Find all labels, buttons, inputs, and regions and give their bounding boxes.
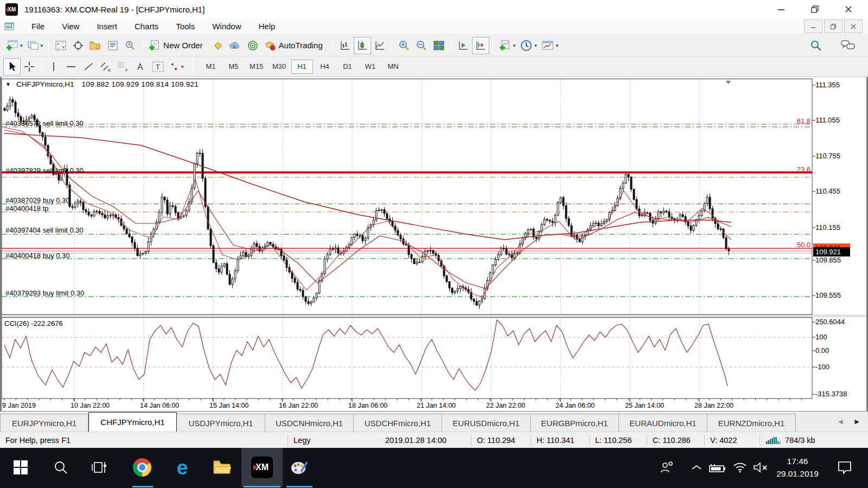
- tile-windows-button[interactable]: [430, 37, 448, 54]
- menu-item-window[interactable]: Window: [203, 18, 250, 34]
- terminal-button[interactable]: [104, 37, 122, 54]
- tab-usdjpymicro-h1[interactable]: USDJPYmicro,H1: [177, 414, 265, 432]
- timeframe-w1[interactable]: W1: [360, 60, 381, 74]
- metaeditor-button[interactable]: [209, 37, 227, 54]
- menu-item-insert[interactable]: Insert: [88, 18, 126, 34]
- trendline-icon: [82, 61, 94, 72]
- menu-item-view[interactable]: View: [53, 18, 88, 34]
- zoom-in-button[interactable]: [395, 37, 413, 54]
- start-button[interactable]: [7, 448, 35, 487]
- taskbar-clock[interactable]: 17:46 29.01.2019: [769, 448, 826, 487]
- svg-text:F: F: [125, 68, 128, 73]
- timeframe-h4[interactable]: H4: [314, 60, 336, 74]
- fibonacci-button[interactable]: F: [114, 58, 132, 75]
- timeframe-d1[interactable]: D1: [337, 60, 359, 74]
- profiles-button[interactable]: ▾: [25, 37, 46, 54]
- indicators-button[interactable]: ▾: [496, 37, 518, 54]
- tab-eurnzdmicro-h1[interactable]: EURNZDmicro,H1: [707, 414, 796, 432]
- chart-shift-button[interactable]: [472, 37, 489, 54]
- tab-chfjpymicro-h1[interactable]: CHFJPYmicro,H1: [88, 412, 177, 432]
- crosshair-button[interactable]: [21, 58, 38, 75]
- toolbar-divider: [142, 38, 143, 53]
- timeframe-mn[interactable]: MN: [382, 60, 404, 74]
- navigator-button[interactable]: [87, 37, 104, 54]
- new-chart-button[interactable]: ▾: [3, 37, 25, 54]
- text-button[interactable]: A: [132, 58, 149, 75]
- menu-item-help[interactable]: Help: [250, 18, 284, 34]
- market-watch-button[interactable]: [52, 37, 69, 54]
- price-axis-tick: 109.555: [815, 291, 841, 299]
- timeframe-m15[interactable]: M15: [246, 60, 267, 74]
- paint-button[interactable]: [284, 448, 315, 487]
- status-low: L: 110.256: [589, 435, 647, 446]
- chart-restore-button[interactable]: [824, 20, 843, 33]
- timeframe-m1[interactable]: M1: [200, 60, 222, 74]
- vertical-line-button[interactable]: [45, 58, 62, 75]
- chart-minimize-icon: [810, 23, 816, 30]
- edge-button[interactable]: e: [168, 448, 196, 487]
- menu-item-charts[interactable]: Charts: [126, 18, 167, 34]
- minimize-button[interactable]: [777, 5, 786, 14]
- menu-item-tools[interactable]: Tools: [167, 18, 203, 34]
- menu-item-file[interactable]: File: [23, 18, 53, 34]
- fib-level-label: 23.6: [797, 165, 810, 174]
- crosshair-icon: [23, 61, 35, 73]
- chrome-button[interactable]: [128, 448, 156, 487]
- chart-minimize-button[interactable]: [804, 20, 822, 33]
- cursor-button[interactable]: [3, 58, 21, 75]
- timeframe-h1[interactable]: H1: [291, 60, 313, 74]
- file-explorer-button[interactable]: [208, 448, 236, 487]
- chart-area[interactable]: ▼ CHFJPYmicro,H1 109.882 109.929 109.814…: [0, 77, 868, 411]
- community-button[interactable]: [227, 37, 244, 54]
- strategy-tester-button[interactable]: [122, 37, 139, 54]
- bar-chart-button[interactable]: [336, 37, 354, 54]
- tab-scroll-right-button[interactable]: ▶: [855, 418, 859, 425]
- people-button[interactable]: [655, 448, 679, 487]
- battery-button[interactable]: [705, 448, 729, 487]
- tab-eurjpymicro-h1[interactable]: EURJPYmicro,H1: [0, 414, 88, 432]
- chart-shift-icon: [475, 40, 487, 51]
- zoom-out-button[interactable]: [413, 37, 430, 54]
- equidistant-channel-button[interactable]: E: [97, 58, 114, 75]
- autotrading-button[interactable]: AutoTrading: [261, 37, 329, 54]
- tab-usdchfmicro-h1[interactable]: USDCHFmicro,H1: [354, 414, 442, 432]
- chrome-icon: [133, 458, 151, 477]
- text-label-button[interactable]: T: [149, 58, 167, 75]
- new-order-button[interactable]: New Order: [146, 37, 209, 54]
- periods-button[interactable]: ▾: [518, 37, 539, 54]
- toolbar-divider: [333, 38, 333, 53]
- arrows-button[interactable]: ▾: [167, 58, 186, 75]
- tab-eurusdmicro-h1[interactable]: EURUSDmicro,H1: [442, 414, 531, 432]
- taskbar-search-button[interactable]: [47, 448, 75, 487]
- chat-button[interactable]: [839, 37, 858, 54]
- data-window-button[interactable]: [69, 37, 87, 54]
- tray-expand-button[interactable]: [687, 448, 706, 487]
- time-axis-label: 14 Jan 06:00: [140, 402, 179, 409]
- tab-usdcnhmicro-h1[interactable]: USDCNHmicro,H1: [265, 414, 354, 432]
- restore-button[interactable]: [810, 5, 819, 14]
- tab-eurgbpmicro-h1[interactable]: EURGBPmicro,H1: [531, 414, 619, 432]
- timeframe-m30[interactable]: M30: [269, 60, 290, 74]
- auto-scroll-button[interactable]: [455, 37, 472, 54]
- tab-euraudmicro-h1[interactable]: EURAUDmicro,H1: [619, 414, 707, 432]
- horizontal-line-button[interactable]: [62, 58, 80, 75]
- candlestick-chart-button[interactable]: [354, 37, 371, 54]
- close-button[interactable]: [844, 5, 853, 14]
- action-center-button[interactable]: [831, 448, 858, 487]
- toolbar-divider: [193, 59, 193, 74]
- search-button[interactable]: [807, 37, 825, 54]
- timeframe-m5[interactable]: M5: [223, 60, 245, 74]
- line-chart-button[interactable]: [371, 37, 388, 54]
- trendline-button[interactable]: [80, 58, 97, 75]
- volume-button[interactable]: [750, 448, 771, 487]
- xm-terminal-button[interactable]: XM: [246, 448, 278, 487]
- wifi-button[interactable]: [729, 448, 751, 487]
- signals-button[interactable]: [244, 37, 261, 54]
- chart-close-button[interactable]: [844, 20, 863, 33]
- chart-collapse-icon[interactable]: ▼: [5, 81, 11, 87]
- task-view-button[interactable]: [86, 448, 114, 487]
- templates-icon: [541, 40, 554, 51]
- tab-scroll-left-button[interactable]: ◀: [838, 418, 843, 425]
- status-bar-time: 2019.01.28 14:00: [380, 435, 471, 446]
- templates-button[interactable]: ▾: [539, 37, 561, 54]
